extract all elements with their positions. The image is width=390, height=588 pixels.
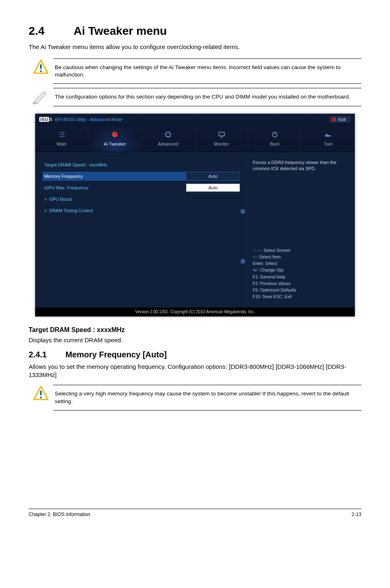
- field-target-dram-label: Target DRAM Speed : xxxxMHz: [44, 162, 240, 167]
- field-memory-frequency-value[interactable]: Auto: [186, 172, 240, 180]
- exit-button-label: Exit: [338, 117, 346, 122]
- bios-tab-bar: Main Ai Tweaker Advanced Monitor Boot To…: [35, 126, 355, 152]
- bios-titlebar: /SUS EFI BIOS Utility - Advanced Mode Ex…: [35, 114, 355, 126]
- list-icon: [58, 130, 66, 139]
- svg-point-1: [40, 70, 42, 72]
- field-igpu-max-frequency[interactable]: iGPU Max. Frequency Auto: [44, 183, 240, 192]
- bios-screenshot: /SUS EFI BIOS Utility - Advanced Mode Ex…: [35, 114, 355, 316]
- bios-help-panel: Forces a DDR3 frequency slower than the …: [246, 152, 355, 307]
- svg-rect-3: [219, 132, 224, 136]
- note-block-1: The configuration options for this secti…: [29, 88, 361, 106]
- tab-monitor-label: Monitor: [214, 141, 229, 146]
- bios-version-footer: Version 2.00.1201. Copyright (C) 2010 Am…: [35, 307, 355, 316]
- help-key-line: F10: Save ESC: Exit: [253, 293, 348, 300]
- field-target-dram: Target DRAM Speed : xxxxMHz: [44, 160, 240, 169]
- help-key-line: →←: Select Screen: [253, 247, 348, 254]
- tab-tool[interactable]: Tool: [302, 126, 355, 152]
- help-keys: →←: Select Screen ↑↓: Select Item Enter:…: [253, 247, 348, 300]
- field-dram-timing-control[interactable]: > DRAM Timing Control: [44, 206, 240, 215]
- subsection-number: 2.4.1: [29, 350, 65, 359]
- tab-main[interactable]: Main: [35, 126, 88, 152]
- caution-block-2: Selecting a very high memory frequency m…: [29, 385, 361, 410]
- intro-paragraph: The Ai Tweaker menu items allow you to c…: [29, 43, 361, 50]
- svg-point-6: [40, 397, 42, 399]
- tab-tool-label: Tool: [324, 141, 332, 146]
- field-gpu-boost[interactable]: > GPU Boost: [44, 195, 240, 204]
- help-key-line: Enter: Select: [253, 260, 348, 267]
- monitor-icon: [217, 130, 226, 139]
- tab-monitor[interactable]: Monitor: [195, 126, 248, 152]
- section-number: 2.4: [29, 25, 74, 38]
- field-memory-frequency[interactable]: Memory Frequency Auto: [43, 172, 240, 181]
- tab-boot-label: Boot: [270, 141, 280, 146]
- field-igpu-value[interactable]: Auto: [186, 184, 240, 192]
- chip-icon: [164, 130, 172, 139]
- note-icon: [29, 88, 53, 104]
- scroll-marker-bottom: [241, 259, 245, 263]
- svg-rect-5: [40, 391, 42, 395]
- tab-boot[interactable]: Boot: [248, 126, 301, 152]
- subsection-text: Allows you to set the memory operating f…: [29, 363, 361, 379]
- field-igpu-label: iGPU Max. Frequency: [44, 185, 186, 190]
- caution-text-1: Be cautious when changing the settings o…: [53, 58, 361, 84]
- caution-icon: [29, 385, 53, 402]
- subsection-heading: 2.4.1Memory Frequency [Auto]: [29, 350, 361, 359]
- exit-button[interactable]: Exit: [329, 116, 351, 123]
- tool-icon: [324, 130, 332, 139]
- page-footer: Chapter 2: BIOS information 2-13: [29, 509, 361, 517]
- caution-icon: [29, 58, 53, 76]
- caution-block-1: Be cautious when changing the settings o…: [29, 58, 361, 84]
- bios-logo: /SUS: [39, 117, 53, 122]
- section-title-text: Ai Tweaker menu: [74, 25, 167, 37]
- power-icon: [271, 130, 279, 139]
- tab-ai-tweaker[interactable]: Ai Tweaker: [88, 126, 141, 152]
- tab-advanced[interactable]: Advanced: [142, 126, 195, 152]
- bios-fields-panel: Target DRAM Speed : xxxxMHz Memory Frequ…: [35, 152, 246, 307]
- field-memory-frequency-label: Memory Frequency: [44, 174, 186, 179]
- chevron-right-icon: >: [44, 197, 47, 202]
- svg-rect-2: [166, 132, 170, 137]
- help-key-line: F2: Previous Values: [253, 280, 348, 287]
- note-text-1: The configuration options for this secti…: [53, 88, 361, 106]
- svg-rect-0: [40, 64, 42, 69]
- section-heading: 2.4Ai Tweaker menu: [29, 25, 361, 38]
- sub-text-target-dram: Displays the current DRAM speed.: [29, 336, 361, 344]
- help-description: Forces a DDR3 frequency slower than the …: [253, 159, 348, 221]
- caution-text-2: Selecting a very high memory frequency m…: [53, 385, 361, 410]
- tab-ai-tweaker-label: Ai Tweaker: [104, 141, 126, 146]
- help-key-line: F5: Optimized Defaults: [253, 287, 348, 293]
- footer-left: Chapter 2: BIOS information: [29, 512, 90, 517]
- help-key-line: F1: General Help: [253, 274, 348, 280]
- subsection-title: Memory Frequency [Auto]: [65, 350, 167, 359]
- bios-title: EFI BIOS Utility - Advanced Mode: [55, 117, 123, 122]
- help-key-line: ↑↓: Select Item: [253, 254, 348, 260]
- chevron-right-icon: >: [44, 208, 47, 213]
- field-dram-timing-label: DRAM Timing Control: [49, 208, 240, 213]
- tab-main-label: Main: [57, 141, 67, 146]
- tab-advanced-label: Advanced: [158, 141, 178, 146]
- field-gpu-boost-label: GPU Boost: [49, 197, 240, 202]
- footer-right: 2-13: [352, 512, 361, 517]
- help-key-line: +/-: Change Opt.: [253, 267, 348, 273]
- scroll-marker-top: [241, 209, 245, 213]
- sub-heading-target-dram: Target DRAM Speed : xxxxMHz: [29, 326, 361, 334]
- gauge-icon: [111, 130, 119, 139]
